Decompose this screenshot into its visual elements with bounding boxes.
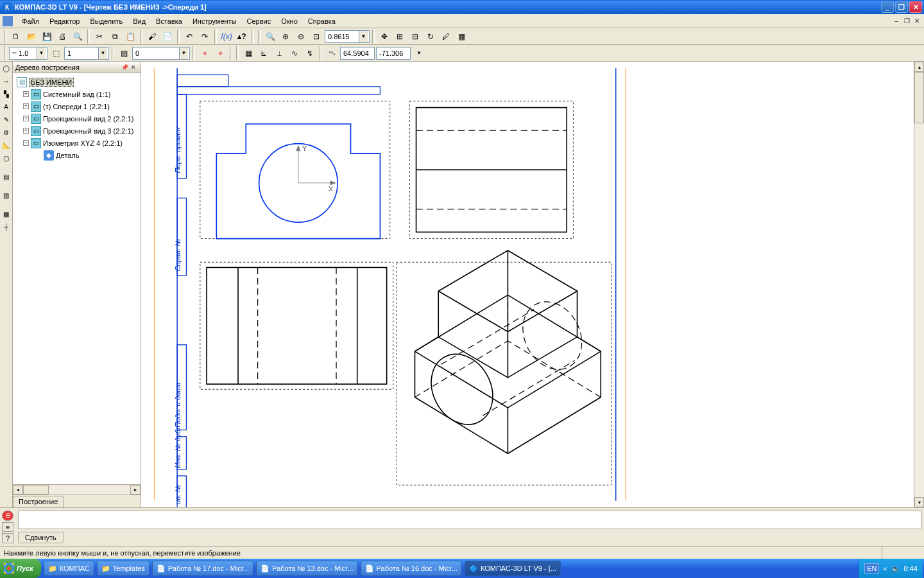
zoom-in-button[interactable]: ⊕ [278, 30, 293, 44]
scroll-left-icon[interactable]: ◂ [13, 485, 23, 495]
spec-tool-icon[interactable]: ▤ [1, 171, 12, 182]
menu-tools[interactable]: Инструменты [187, 16, 242, 26]
variables-button[interactable]: f(x) [219, 30, 234, 44]
taskbar-task[interactable]: 📁Templates [97, 561, 150, 576]
tree-item[interactable]: − ▭ Изометрия XYZ 4 (2.2:1) [14, 137, 139, 149]
pan-button[interactable]: ✥ [377, 30, 391, 44]
coord-y-field[interactable]: -71.306 [376, 47, 411, 60]
scroll-right-icon[interactable]: ▸ [130, 485, 141, 495]
coords-mode-button[interactable]: ˣʸₓ [325, 46, 339, 60]
tree-close-button[interactable]: ✕ [129, 63, 138, 72]
tree-hscrollbar[interactable]: ◂ ▸ [13, 484, 141, 495]
mdi-restore-button[interactable]: ❐ [902, 17, 911, 26]
tray-clock[interactable]: 8:44 [904, 565, 918, 572]
scroll-thumb[interactable] [914, 72, 924, 123]
system-tray[interactable]: EN « 🔉 8:44 [859, 559, 923, 578]
scroll-down-icon[interactable]: ▾ [914, 497, 924, 507]
local-cs-button[interactable]: ↯ [303, 46, 317, 60]
tree-expand-icon[interactable]: + [23, 91, 29, 97]
params-tool-icon[interactable]: ⚙ [1, 127, 12, 138]
taskbar-task[interactable]: 📄Работа № 16.doc - Micr... [361, 561, 462, 576]
tree-item-part[interactable]: ◆ Деталь [14, 149, 139, 161]
tree-pin-button[interactable]: 📌 [120, 63, 129, 72]
zoom-window-button[interactable]: ⊡ [309, 30, 323, 44]
layer-combo[interactable]: 1 ▼ [64, 47, 109, 60]
geometry-tool-icon[interactable]: ◯ [1, 63, 12, 74]
tray-volume-icon[interactable]: 🔉 [891, 565, 900, 573]
tree-item[interactable]: + ▭ (т) Спереди 1 (2.2:1) [14, 100, 139, 112]
report-tool-icon[interactable]: ▥ [1, 190, 12, 201]
command-options-icon[interactable]: ≡ [2, 522, 13, 532]
redraw-button[interactable]: ↻ [424, 30, 438, 44]
tray-language-indicator[interactable]: EN [864, 563, 879, 574]
snap-button[interactable]: ⟂ [272, 46, 286, 60]
aux-tool-icon[interactable]: ┼ [1, 222, 12, 232]
close-button[interactable]: ✕ [909, 1, 922, 13]
snap-end-button[interactable]: ⌖ [198, 46, 212, 60]
tree-body[interactable]: ▤ БЕЗ ИМЕНИ + ▭ Системный вид (1:1) + ▭ … [13, 73, 141, 484]
taskbar-task[interactable]: 📁КОМПАС [44, 561, 94, 576]
tree-item[interactable]: + ▭ Системный вид (1:1) [14, 88, 139, 100]
tree-tab-build[interactable]: Построение [13, 496, 64, 507]
menu-window[interactable]: Окно [276, 16, 303, 26]
command-tab[interactable]: Сдвинуть [18, 532, 64, 543]
start-button[interactable]: Пуск [0, 559, 41, 578]
coord-x-field[interactable]: 64.5904 [340, 47, 375, 60]
help-button[interactable]: ▴? [235, 30, 249, 44]
coords-dropdown-button[interactable]: ▼ [412, 46, 426, 60]
zoom-fit-button[interactable]: 🔍 [263, 30, 277, 44]
tree-item[interactable]: + ▭ Проекционный вид 2 (2.2:1) [14, 112, 139, 125]
taskbar-task[interactable]: 🔷КОМПАС-3D LT V9 - [... [465, 561, 561, 576]
zoom-combo[interactable]: 0.8615 ▼ [325, 30, 370, 43]
ortho-button[interactable]: ⊾ [257, 46, 271, 60]
views-tool-icon[interactable]: ▦ [1, 209, 12, 220]
tray-expand-icon[interactable]: « [883, 565, 887, 572]
dimension-tool-icon[interactable]: ↔ [1, 76, 12, 87]
menu-view[interactable]: Вид [128, 16, 151, 26]
copy-props-button[interactable]: 🖌 [145, 30, 159, 44]
style-combo[interactable]: 0 ▼ [132, 47, 190, 60]
hatch-style-button[interactable]: ▨ [117, 46, 131, 60]
command-help-icon[interactable]: ? [2, 533, 13, 543]
zoom-prev-button[interactable]: ⊞ [393, 30, 407, 44]
measure-tool-icon[interactable]: 📐 [1, 140, 12, 151]
save-button[interactable]: 💾 [40, 30, 54, 44]
refresh-button[interactable]: 🖊 [439, 30, 453, 44]
taskbar-task[interactable]: 📄Работа № 13.doc - Micr... [256, 561, 357, 576]
print-button[interactable]: 🖨 [55, 30, 69, 44]
line-style-button[interactable]: ⬚ [49, 46, 63, 60]
open-button[interactable]: 📂 [24, 30, 38, 44]
tree-collapse-icon[interactable]: − [23, 140, 29, 146]
properties-button[interactable]: 📄 [160, 30, 175, 44]
tree-root[interactable]: ▤ БЕЗ ИМЕНИ [14, 76, 139, 88]
redo-button[interactable]: ↷ [198, 30, 212, 44]
tree-expand-icon[interactable]: + [23, 128, 29, 134]
menu-insert[interactable]: Вставка [151, 16, 187, 26]
new-button[interactable]: 🗋 [9, 30, 23, 44]
tree-item[interactable]: + ▭ Проекционный вид 3 (2.2:1) [14, 125, 139, 137]
line-width-combo[interactable]: ━ 1.0 ▼ [9, 47, 47, 60]
stop-command-icon[interactable]: ⊝ [2, 511, 13, 521]
mdi-minimize-button[interactable]: – [892, 17, 901, 26]
layers-button[interactable]: ▦ [454, 30, 468, 44]
mdi-close-button[interactable]: ✕ [912, 17, 921, 26]
scroll-up-icon[interactable]: ▴ [914, 62, 924, 72]
designation-tool-icon[interactable]: ▚ [1, 89, 12, 100]
menu-select[interactable]: Выделить [85, 16, 128, 26]
edit-tool-icon[interactable]: ✎ [1, 114, 12, 125]
tree-expand-icon[interactable]: + [23, 103, 29, 109]
menu-file[interactable]: Файл [17, 16, 44, 26]
minimize-button[interactable]: _ [881, 1, 894, 13]
zoom-out-button[interactable]: ⊖ [294, 30, 308, 44]
menu-help[interactable]: Справка [303, 16, 341, 26]
undo-button[interactable]: ↶ [182, 30, 196, 44]
menu-editor[interactable]: Редактор [44, 16, 85, 26]
select-tool-icon[interactable]: ▢ [1, 153, 12, 164]
command-input[interactable] [18, 511, 921, 529]
drawing-canvas[interactable]: Перв. примен Справ. № Подп. и дата Инв. … [141, 62, 914, 507]
zoom-realtime-button[interactable]: ⊟ [408, 30, 422, 44]
tree-expand-icon[interactable]: + [23, 116, 29, 121]
scroll-thumb[interactable] [23, 485, 49, 495]
trace-button[interactable]: ∿ [287, 46, 302, 60]
snap-mid-button[interactable]: ⌖ [213, 46, 227, 60]
